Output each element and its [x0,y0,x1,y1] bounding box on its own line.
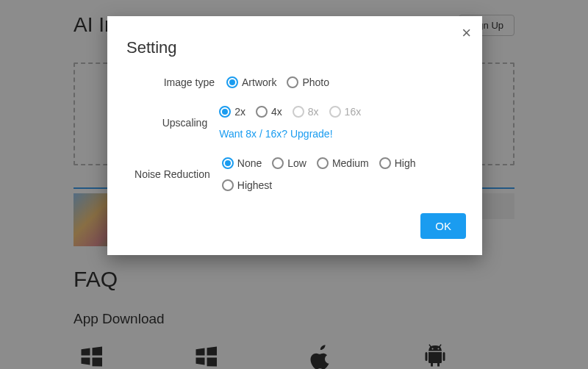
radio-noise-high[interactable]: High [379,157,416,169]
radio-icon [222,157,234,169]
radio-label: 8x [308,106,319,118]
radio-icon [256,106,268,118]
radio-4x[interactable]: 4x [256,106,282,118]
radio-label: Low [287,157,306,169]
modal-title: Setting [107,16,482,68]
radio-label: 16x [345,106,362,118]
radio-icon [219,106,231,118]
radio-label: Highest [237,179,272,191]
radio-label: Photo [302,76,329,88]
radio-icon [222,179,234,191]
radio-photo[interactable]: Photo [287,76,329,88]
close-icon: × [462,24,471,42]
radio-icon [226,76,238,88]
radio-icon [317,157,329,169]
settings-modal: × Setting Image type Artwork Photo Upsca… [107,16,482,255]
radio-icon [379,157,391,169]
radio-icon [287,76,298,88]
radio-noise-none[interactable]: None [222,157,262,169]
ok-button[interactable]: OK [420,213,466,239]
radio-label: High [395,157,416,169]
radio-label: Artwork [242,76,276,88]
radio-8x[interactable]: 8x [293,106,319,118]
image-type-label: Image type [126,76,215,88]
radio-label: None [237,157,262,169]
radio-noise-low[interactable]: Low [272,157,306,169]
radio-icon [329,106,341,118]
noise-reduction-label: Noise Reduction [126,168,210,180]
radio-label: 4x [271,106,282,118]
upgrade-link[interactable]: Want 8x / 16x? Upgrade! [219,128,332,140]
radio-artwork[interactable]: Artwork [226,76,276,88]
radio-label: 2x [234,106,245,118]
radio-label: Medium [332,157,369,169]
radio-16x[interactable]: 16x [329,106,362,118]
radio-2x[interactable]: 2x [219,106,245,118]
close-button[interactable]: × [462,25,471,41]
radio-noise-highest[interactable]: Highest [222,179,272,191]
radio-icon [293,106,304,118]
radio-icon [272,157,284,169]
radio-noise-medium[interactable]: Medium [317,157,369,169]
upscaling-label: Upscaling [126,117,207,129]
